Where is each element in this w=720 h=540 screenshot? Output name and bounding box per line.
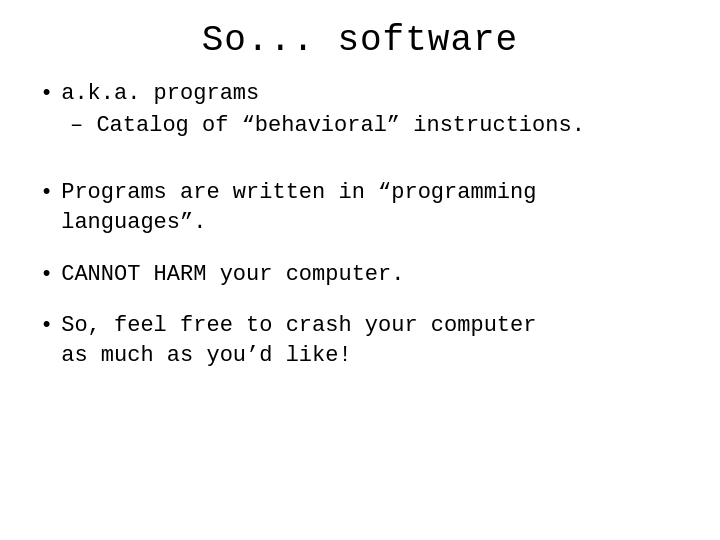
bullet-text-1: a.k.a. programs	[61, 79, 259, 109]
bullet-text-2: Programs are written in “programminglang…	[61, 178, 536, 237]
bullet-item-2: • Programs are written in “programmingla…	[40, 178, 680, 237]
slide: So... software • a.k.a. programs – Catal…	[0, 0, 720, 540]
slide-title: So... software	[40, 20, 680, 61]
bullet-symbol-1: •	[40, 81, 53, 106]
bullet-text-4: So, feel free to crash your computeras m…	[61, 311, 536, 370]
bullet-item-1: • a.k.a. programs	[40, 79, 680, 109]
slide-content: • a.k.a. programs – Catalog of “behavior…	[40, 79, 680, 393]
bullet-text-3: CANNOT HARM your computer.	[61, 260, 404, 290]
sub-item-1: – Catalog of “behavioral” instructions.	[70, 111, 680, 141]
bullet-symbol-4: •	[40, 313, 53, 338]
bullet-block-1: • a.k.a. programs – Catalog of “behavior…	[40, 79, 680, 156]
bullet-item-4: • So, feel free to crash your computeras…	[40, 311, 680, 370]
bullet-symbol-3: •	[40, 262, 53, 287]
bullet-block-4: • So, feel free to crash your computeras…	[40, 311, 680, 370]
bullet-block-2: • Programs are written in “programmingla…	[40, 178, 680, 237]
bullet-block-3: • CANNOT HARM your computer.	[40, 260, 680, 290]
bullet-item-3: • CANNOT HARM your computer.	[40, 260, 680, 290]
bullet-symbol-2: •	[40, 180, 53, 205]
